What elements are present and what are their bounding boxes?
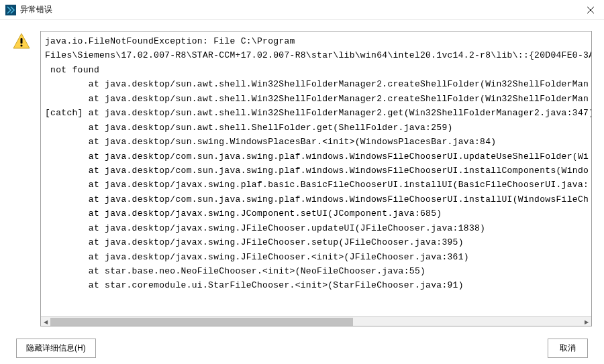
content-area: java.io.FileNotFoundException: File C:\P… (0, 20, 604, 332)
scroll-right-arrow[interactable]: ▶ (582, 317, 591, 326)
svg-rect-3 (21, 38, 23, 44)
stacktrace-text[interactable]: java.io.FileNotFoundException: File C:\P… (41, 32, 591, 316)
svg-point-4 (20, 44, 22, 46)
cancel-button[interactable]: 取消 (548, 339, 588, 358)
warning-icon (12, 32, 31, 51)
scroll-left-arrow[interactable]: ◀ (41, 317, 50, 326)
stacktrace-container: java.io.FileNotFoundException: File C:\P… (40, 31, 592, 326)
horizontal-scrollbar[interactable]: ◀ ▶ (41, 316, 591, 326)
titlebar-left: 异常错误 (5, 4, 52, 15)
button-bar: 隐藏详细信息(H) 取消 (0, 332, 604, 364)
scroll-thumb[interactable] (50, 318, 353, 326)
hide-details-button[interactable]: 隐藏详细信息(H) (16, 339, 96, 358)
close-button[interactable] (583, 2, 599, 18)
titlebar: 异常错误 (0, 0, 604, 20)
app-icon (5, 5, 16, 15)
window-title: 异常错误 (20, 4, 52, 15)
